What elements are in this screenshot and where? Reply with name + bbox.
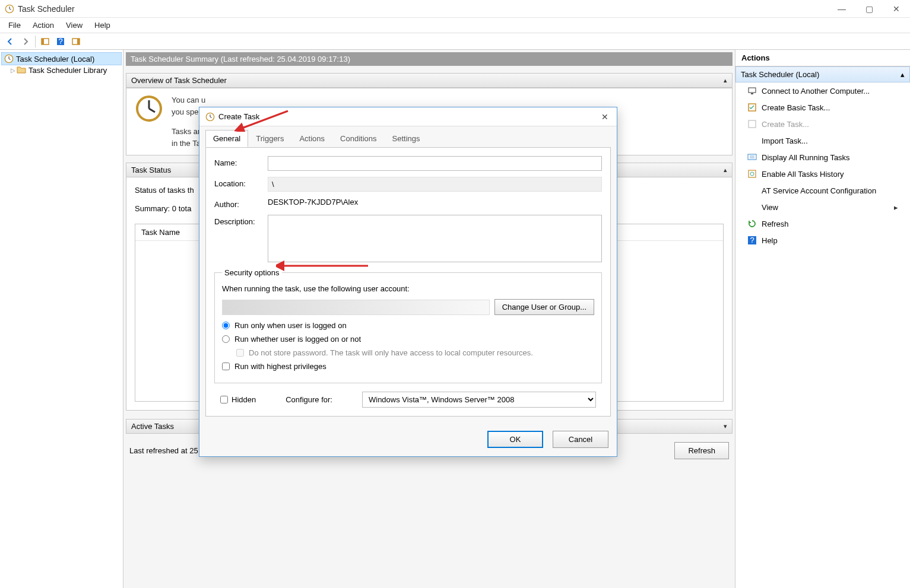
- clock-icon: [5, 4, 14, 14]
- task-basic-icon: [747, 103, 757, 112]
- summary-header: Task Scheduler Summary (Last refreshed: …: [126, 52, 733, 66]
- show-hide-action-button[interactable]: [69, 35, 83, 48]
- tree-pane: Task Scheduler (Local) ▷ Task Scheduler …: [0, 50, 123, 588]
- name-input[interactable]: [268, 156, 602, 171]
- svg-rect-4: [42, 39, 44, 45]
- run-logged-on-radio[interactable]: [222, 322, 230, 329]
- forward-button[interactable]: [18, 35, 33, 48]
- maximize-button[interactable]: ▢: [855, 0, 883, 18]
- tab-actions[interactable]: Actions: [291, 130, 332, 147]
- name-label: Name:: [214, 156, 262, 167]
- cancel-button[interactable]: Cancel: [553, 431, 608, 448]
- action-label: AT Service Account Configuration: [762, 186, 876, 195]
- run-whether-label: Run whether user is logged on or not: [234, 335, 361, 344]
- expand-icon[interactable]: ▾: [724, 422, 727, 430]
- action-label: View: [762, 203, 778, 212]
- security-options-fieldset: Security options When running the task, …: [214, 268, 602, 383]
- hidden-label: Hidden: [232, 395, 256, 404]
- tab-strip: General Triggers Actions Conditions Sett…: [199, 126, 617, 147]
- author-value: DESKTOP-7KJDD7P\Alex: [268, 198, 358, 206]
- hidden-checkbox[interactable]: [220, 396, 228, 403]
- author-label: Author:: [214, 198, 262, 209]
- action-label: Create Task...: [762, 120, 809, 129]
- dialog-close-button[interactable]: ✕: [597, 110, 613, 124]
- status-title: Task Status: [131, 166, 171, 174]
- help-toolbar-button[interactable]: ?: [53, 35, 68, 48]
- run-whether-radio[interactable]: [222, 335, 230, 343]
- action-item-1[interactable]: Create Basic Task...: [735, 99, 910, 116]
- minimize-button[interactable]: —: [828, 0, 855, 18]
- blank-icon: [747, 186, 757, 195]
- run-logged-on-label: Run only when user is logged on: [234, 321, 347, 330]
- history-icon: [747, 169, 757, 179]
- action-item-4[interactable]: Display All Running Tasks: [735, 149, 910, 166]
- change-user-button[interactable]: Change User or Group...: [494, 299, 594, 315]
- action-label: Refresh: [762, 220, 789, 228]
- svg-rect-18: [749, 120, 756, 128]
- actions-subtitle[interactable]: Task Scheduler (Local) ▴: [735, 66, 910, 82]
- active-title: Active Tasks: [131, 422, 174, 431]
- description-input[interactable]: [268, 215, 602, 262]
- refresh-button[interactable]: Refresh: [674, 442, 729, 459]
- menu-file[interactable]: File: [2, 18, 27, 32]
- action-item-5[interactable]: Enable All Tasks History: [735, 166, 910, 182]
- action-label: Help: [762, 236, 778, 245]
- tab-settings[interactable]: Settings: [385, 130, 428, 147]
- action-item-9[interactable]: ?Help: [735, 232, 910, 249]
- close-button[interactable]: ✕: [883, 0, 910, 18]
- dialog-title: Create Task: [218, 112, 259, 121]
- svg-rect-22: [749, 170, 756, 177]
- collapse-icon[interactable]: ▴: [724, 166, 727, 174]
- menu-view[interactable]: View: [60, 18, 88, 32]
- action-item-6[interactable]: AT Service Account Configuration: [735, 182, 910, 199]
- clock-icon: [205, 112, 215, 122]
- action-item-0[interactable]: Connect to Another Computer...: [735, 82, 910, 99]
- computer-icon: [747, 86, 757, 96]
- action-item-2: Create Task...: [735, 116, 910, 132]
- ok-button[interactable]: OK: [487, 431, 543, 448]
- configure-label: Configure for:: [286, 395, 332, 404]
- action-label: Create Basic Task...: [762, 103, 830, 112]
- tab-general[interactable]: General: [205, 130, 248, 147]
- overview-title: Overview of Task Scheduler: [131, 76, 227, 85]
- security-text: When running the task, use the following…: [222, 284, 594, 293]
- tree-child-label: Task Scheduler Library: [28, 66, 107, 75]
- tree-child[interactable]: ▷ Task Scheduler Library: [1, 65, 122, 75]
- collapse-icon[interactable]: ▴: [901, 70, 905, 79]
- action-label: Import Task...: [762, 136, 808, 145]
- menu-bar: File Action View Help: [0, 18, 910, 33]
- action-item-3[interactable]: Import Task...: [735, 132, 910, 149]
- action-item-8[interactable]: Refresh: [735, 215, 910, 232]
- menu-help[interactable]: Help: [88, 18, 116, 32]
- configure-select[interactable]: Windows Vista™, Windows Server™ 2008: [362, 392, 596, 408]
- tree-expander-icon[interactable]: ▷: [11, 67, 15, 74]
- highest-privileges-checkbox[interactable]: [222, 363, 230, 370]
- tree-root-label: Task Scheduler (Local): [16, 55, 94, 63]
- overview-section-header[interactable]: Overview of Task Scheduler ▴: [126, 73, 733, 88]
- location-label: Location:: [214, 177, 262, 188]
- show-hide-console-button[interactable]: [38, 35, 52, 48]
- tab-conditions[interactable]: Conditions: [332, 130, 384, 147]
- dialog-title-bar[interactable]: Create Task ✕: [199, 107, 617, 126]
- tab-triggers[interactable]: Triggers: [248, 130, 291, 147]
- svg-rect-8: [77, 39, 80, 45]
- tree-root[interactable]: Task Scheduler (Local): [1, 52, 122, 65]
- actions-sub-label: Task Scheduler (Local): [741, 70, 819, 79]
- svg-rect-16: [751, 93, 753, 94]
- back-button[interactable]: [3, 35, 17, 48]
- action-item-7[interactable]: View▸: [735, 199, 910, 215]
- actions-pane: Actions Task Scheduler (Local) ▴ Connect…: [735, 50, 910, 588]
- svg-text:?: ?: [750, 236, 754, 244]
- highest-privileges-label: Run with highest privileges: [234, 362, 326, 371]
- title-bar: Task Scheduler — ▢ ✕: [0, 0, 910, 18]
- security-legend: Security options: [222, 268, 282, 277]
- blank-icon: [747, 136, 757, 145]
- toolbar-separator: [35, 36, 36, 47]
- action-label: Display All Running Tasks: [762, 153, 850, 162]
- svg-text:?: ?: [58, 37, 62, 46]
- collapse-icon[interactable]: ▴: [724, 77, 727, 84]
- submenu-arrow-icon: ▸: [894, 203, 898, 212]
- svg-rect-19: [748, 154, 756, 160]
- clock-icon-large: [135, 94, 163, 123]
- menu-action[interactable]: Action: [27, 18, 60, 32]
